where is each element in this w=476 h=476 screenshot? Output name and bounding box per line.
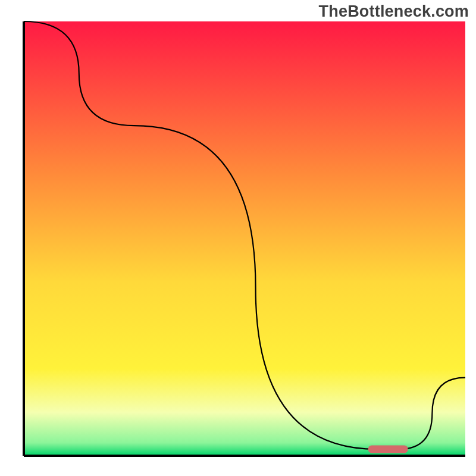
watermark-text: TheBottleneck.com [319, 2, 469, 21]
bottleneck-chart [0, 0, 476, 476]
chart-stage: TheBottleneck.com [0, 0, 476, 476]
optimal-range-marker [368, 446, 408, 453]
gradient-background [24, 21, 465, 456]
